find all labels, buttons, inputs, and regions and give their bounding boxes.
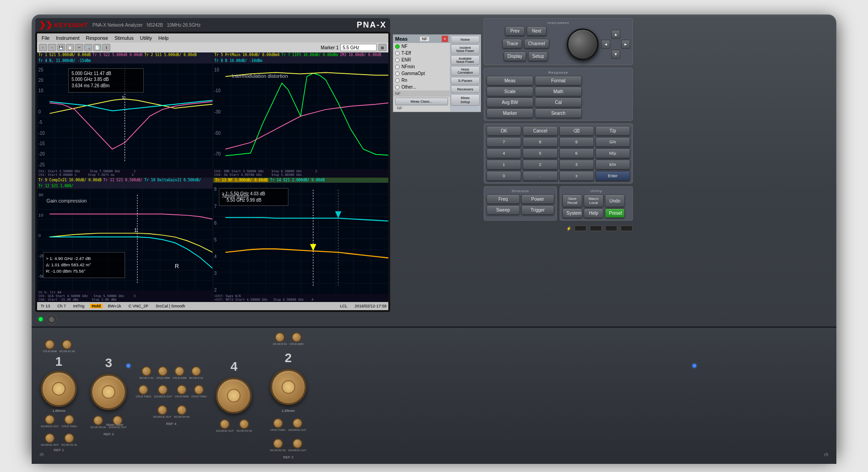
noise-btn[interactable]: Noise xyxy=(451,36,480,43)
middle-small-connectors-2: CPLR THRU SOURCE OUT CPLR ARM CPLR THRU xyxy=(136,385,207,398)
meas-class-btn[interactable]: Meas Class... xyxy=(395,98,448,105)
key-8[interactable]: 8 xyxy=(523,137,557,147)
meas-row-nfmin[interactable]: NFmin xyxy=(393,63,450,70)
preset-button[interactable]: Preset xyxy=(605,208,625,218)
toolbar-cut[interactable]: ✂ xyxy=(75,44,83,51)
chart-2-header: Tr 5 PrtMain 10.00dB/ 0.00dBm6 Tr 7 IIP3… xyxy=(213,52,388,63)
display-button[interactable]: Display xyxy=(504,52,527,61)
meas-row-rn[interactable]: Rn xyxy=(393,77,450,84)
format-btn[interactable]: Format xyxy=(535,76,582,85)
freq-button[interactable]: Freq xyxy=(486,194,520,204)
arrow-left[interactable]: ◄ xyxy=(601,40,610,49)
usb-port-2 xyxy=(590,225,602,231)
channel-button[interactable]: Channel xyxy=(524,39,549,48)
key-2[interactable]: 2 xyxy=(523,160,557,170)
backspace-button[interactable]: ⌫ xyxy=(559,126,594,136)
source-out-mid-label: SOURCE OUT xyxy=(154,395,172,398)
key-0[interactable]: 0 xyxy=(486,171,521,181)
menu-help[interactable]: Help xyxy=(156,35,171,41)
key-km[interactable]: k/m xyxy=(595,160,630,170)
scale-btn[interactable]: Scale xyxy=(486,87,533,96)
cplr-thru-mid1: CPLR THRU xyxy=(136,385,151,398)
menu-response[interactable]: Response xyxy=(83,35,111,41)
receivers-btn[interactable]: Receivers xyxy=(451,85,480,93)
toolbar-zoom[interactable]: 🔍 xyxy=(84,44,92,51)
meas-row-enr[interactable]: ENR xyxy=(393,57,450,63)
key-gn[interactable]: G/n xyxy=(595,137,630,147)
arrow-right[interactable]: ► xyxy=(621,40,630,49)
help-button[interactable]: Help xyxy=(584,208,604,218)
key-9[interactable]: 9 xyxy=(559,137,594,147)
svg-text:-50: -50 xyxy=(214,131,221,136)
key-4[interactable]: 4 xyxy=(486,148,521,158)
key-1[interactable]: 1 xyxy=(486,160,521,170)
key-dot[interactable]: . xyxy=(523,171,557,181)
noise-tuner-label: Noise Tuner xyxy=(106,420,123,428)
sweep-button[interactable]: Sweep xyxy=(486,205,520,215)
meas-row-gammaopt[interactable]: GammaOpt xyxy=(393,70,450,77)
incident-noise-btn[interactable]: IncidentNoise Power xyxy=(451,44,480,54)
meas-row-nf[interactable]: NF xyxy=(393,43,450,50)
search-btn[interactable]: Search xyxy=(535,109,582,118)
menu-utility[interactable]: Utility xyxy=(137,35,155,41)
cal-btn[interactable]: Cal xyxy=(535,98,582,107)
ok-button[interactable]: OK xyxy=(486,126,521,136)
menu-stimulus[interactable]: Stimulus xyxy=(112,35,136,41)
stimulus-section: Stimulus Freq Power Sweep Trigger xyxy=(484,186,557,221)
save-recall-button[interactable]: SaveRecall xyxy=(562,194,582,207)
next-button[interactable]: Next xyxy=(527,26,547,36)
menu-instrument[interactable]: Instrument xyxy=(53,35,82,41)
arrow-down[interactable]: ▼ xyxy=(611,50,620,59)
meas-btn[interactable]: Meas xyxy=(486,76,533,85)
arrow-up[interactable]: ▲ xyxy=(611,30,620,39)
toolbar-page[interactable]: 📄 xyxy=(93,44,101,51)
meas-label-nfmin: NFmin xyxy=(401,64,448,69)
marker-btn[interactable]: Marker xyxy=(486,109,533,118)
avg-bw-btn[interactable]: Avg BW xyxy=(486,98,533,107)
available-noise-btn[interactable]: AvailableNoise Power xyxy=(451,55,480,65)
setup-button[interactable]: Setup xyxy=(528,52,548,61)
meas-row-other[interactable]: Other... xyxy=(393,84,450,90)
trace-button[interactable]: Trace xyxy=(502,39,522,48)
math-btn[interactable]: Math xyxy=(535,87,582,96)
instrument-section-label: Instrument xyxy=(486,21,630,25)
cancel-button[interactable]: Cancel xyxy=(523,126,557,136)
key-6[interactable]: 6 xyxy=(559,148,594,158)
port-1-size: 1.85mm xyxy=(52,409,66,413)
marker-input[interactable] xyxy=(340,44,377,51)
port-2-connector xyxy=(270,369,307,405)
key-7[interactable]: 7 xyxy=(486,137,521,147)
response-section-label: Response xyxy=(486,71,630,75)
logo-icon: ❯❯ xyxy=(39,20,52,30)
toolbar-back[interactable]: ← xyxy=(39,44,47,51)
trigger-button[interactable]: Trigger xyxy=(521,205,555,215)
prev-button[interactable]: Prev xyxy=(505,26,525,36)
key-3[interactable]: 3 xyxy=(559,160,594,170)
toolbar-copy[interactable]: 📋 xyxy=(66,44,74,51)
rcvr-r3-connector xyxy=(93,415,103,425)
meas-row-teff[interactable]: T-Eff xyxy=(393,50,450,57)
toolbar-info[interactable]: ℹ xyxy=(102,44,110,51)
system-button[interactable]: System xyxy=(562,208,582,218)
main-knob[interactable] xyxy=(567,28,599,60)
toolbar-save[interactable]: 💾 xyxy=(57,44,65,51)
power-button[interactable]: ⏻ xyxy=(46,314,57,325)
key-plusminus[interactable]: ± xyxy=(559,171,594,181)
key-5[interactable]: 5 xyxy=(523,148,557,158)
power-button-stim[interactable]: Power xyxy=(521,194,555,204)
menu-file[interactable]: File xyxy=(39,35,52,41)
port-1-label: 1 xyxy=(55,354,62,369)
undo-button[interactable]: Undo xyxy=(605,194,625,207)
meas-setup-btn[interactable]: MeasSetup xyxy=(451,94,480,106)
macro-local-button[interactable]: MacroLocal xyxy=(584,194,604,207)
marker-options[interactable]: ▦ xyxy=(378,44,387,51)
key-mu[interactable]: M/μ xyxy=(595,148,630,158)
svg-text:10: 10 xyxy=(38,88,43,93)
key-enter[interactable]: Enter xyxy=(595,171,630,181)
svg-text:8: 8 xyxy=(214,187,217,192)
toolbar-forward[interactable]: → xyxy=(48,44,56,51)
meas-close-button[interactable]: × xyxy=(442,36,448,42)
sparam-btn[interactable]: S-Param xyxy=(451,77,480,85)
noise-correlation-btn[interactable]: NoiseCorrelation xyxy=(451,66,480,76)
tp-button[interactable]: T/p xyxy=(595,126,630,136)
